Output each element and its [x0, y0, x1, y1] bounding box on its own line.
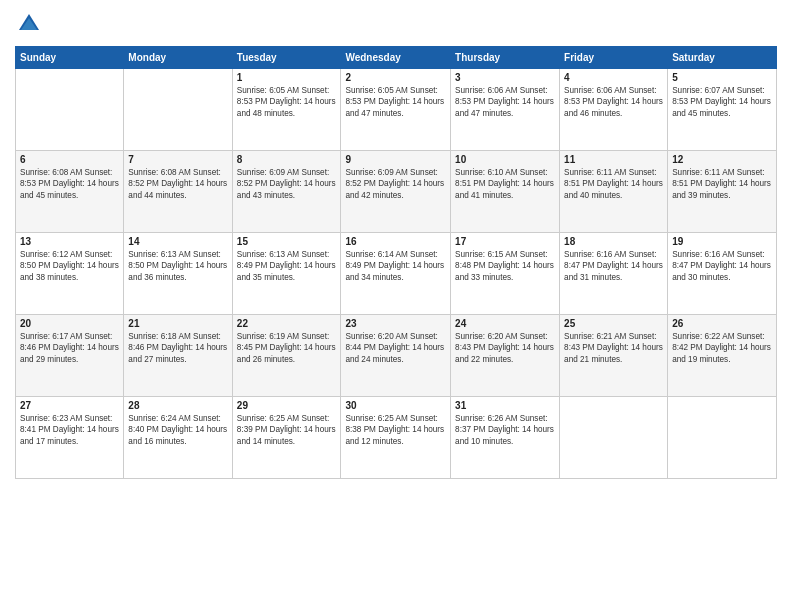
calendar-week-row: 6Sunrise: 6:08 AM Sunset: 8:53 PM Daylig… — [16, 151, 777, 233]
calendar-cell: 28Sunrise: 6:24 AM Sunset: 8:40 PM Dayli… — [124, 397, 232, 479]
day-number: 4 — [564, 72, 663, 83]
day-info: Sunrise: 6:12 AM Sunset: 8:50 PM Dayligh… — [20, 249, 119, 283]
calendar-table: SundayMondayTuesdayWednesdayThursdayFrid… — [15, 46, 777, 479]
day-info: Sunrise: 6:17 AM Sunset: 8:46 PM Dayligh… — [20, 331, 119, 365]
day-number: 18 — [564, 236, 663, 247]
weekday-header: Saturday — [668, 47, 777, 69]
calendar-cell: 10Sunrise: 6:10 AM Sunset: 8:51 PM Dayli… — [451, 151, 560, 233]
calendar-cell: 24Sunrise: 6:20 AM Sunset: 8:43 PM Dayli… — [451, 315, 560, 397]
calendar-cell: 6Sunrise: 6:08 AM Sunset: 8:53 PM Daylig… — [16, 151, 124, 233]
calendar-week-row: 1Sunrise: 6:05 AM Sunset: 8:53 PM Daylig… — [16, 69, 777, 151]
day-number: 22 — [237, 318, 337, 329]
calendar-cell: 7Sunrise: 6:08 AM Sunset: 8:52 PM Daylig… — [124, 151, 232, 233]
day-number: 29 — [237, 400, 337, 411]
day-info: Sunrise: 6:21 AM Sunset: 8:43 PM Dayligh… — [564, 331, 663, 365]
day-info: Sunrise: 6:07 AM Sunset: 8:53 PM Dayligh… — [672, 85, 772, 119]
page: SundayMondayTuesdayWednesdayThursdayFrid… — [0, 0, 792, 612]
calendar-week-row: 20Sunrise: 6:17 AM Sunset: 8:46 PM Dayli… — [16, 315, 777, 397]
day-number: 19 — [672, 236, 772, 247]
calendar-cell — [16, 69, 124, 151]
day-number: 8 — [237, 154, 337, 165]
day-info: Sunrise: 6:05 AM Sunset: 8:53 PM Dayligh… — [237, 85, 337, 119]
day-info: Sunrise: 6:06 AM Sunset: 8:53 PM Dayligh… — [564, 85, 663, 119]
day-info: Sunrise: 6:20 AM Sunset: 8:43 PM Dayligh… — [455, 331, 555, 365]
calendar-cell: 5Sunrise: 6:07 AM Sunset: 8:53 PM Daylig… — [668, 69, 777, 151]
day-info: Sunrise: 6:24 AM Sunset: 8:40 PM Dayligh… — [128, 413, 227, 447]
day-info: Sunrise: 6:09 AM Sunset: 8:52 PM Dayligh… — [345, 167, 446, 201]
calendar-week-row: 13Sunrise: 6:12 AM Sunset: 8:50 PM Dayli… — [16, 233, 777, 315]
calendar-cell: 19Sunrise: 6:16 AM Sunset: 8:47 PM Dayli… — [668, 233, 777, 315]
day-number: 12 — [672, 154, 772, 165]
calendar-cell: 3Sunrise: 6:06 AM Sunset: 8:53 PM Daylig… — [451, 69, 560, 151]
calendar-cell: 4Sunrise: 6:06 AM Sunset: 8:53 PM Daylig… — [560, 69, 668, 151]
day-info: Sunrise: 6:26 AM Sunset: 8:37 PM Dayligh… — [455, 413, 555, 447]
day-info: Sunrise: 6:14 AM Sunset: 8:49 PM Dayligh… — [345, 249, 446, 283]
day-info: Sunrise: 6:18 AM Sunset: 8:46 PM Dayligh… — [128, 331, 227, 365]
day-number: 15 — [237, 236, 337, 247]
calendar-cell — [124, 69, 232, 151]
day-info: Sunrise: 6:09 AM Sunset: 8:52 PM Dayligh… — [237, 167, 337, 201]
day-number: 9 — [345, 154, 446, 165]
calendar-cell: 17Sunrise: 6:15 AM Sunset: 8:48 PM Dayli… — [451, 233, 560, 315]
day-info: Sunrise: 6:06 AM Sunset: 8:53 PM Dayligh… — [455, 85, 555, 119]
weekday-header: Tuesday — [232, 47, 341, 69]
weekday-header: Thursday — [451, 47, 560, 69]
day-number: 17 — [455, 236, 555, 247]
day-info: Sunrise: 6:08 AM Sunset: 8:53 PM Dayligh… — [20, 167, 119, 201]
calendar-cell — [668, 397, 777, 479]
weekday-header: Sunday — [16, 47, 124, 69]
day-number: 20 — [20, 318, 119, 329]
day-number: 7 — [128, 154, 227, 165]
day-info: Sunrise: 6:16 AM Sunset: 8:47 PM Dayligh… — [564, 249, 663, 283]
calendar-cell: 16Sunrise: 6:14 AM Sunset: 8:49 PM Dayli… — [341, 233, 451, 315]
day-number: 21 — [128, 318, 227, 329]
day-number: 23 — [345, 318, 446, 329]
day-number: 11 — [564, 154, 663, 165]
calendar-cell: 21Sunrise: 6:18 AM Sunset: 8:46 PM Dayli… — [124, 315, 232, 397]
day-number: 1 — [237, 72, 337, 83]
calendar-cell: 26Sunrise: 6:22 AM Sunset: 8:42 PM Dayli… — [668, 315, 777, 397]
calendar-cell: 8Sunrise: 6:09 AM Sunset: 8:52 PM Daylig… — [232, 151, 341, 233]
day-number: 25 — [564, 318, 663, 329]
day-info: Sunrise: 6:15 AM Sunset: 8:48 PM Dayligh… — [455, 249, 555, 283]
calendar-cell: 2Sunrise: 6:05 AM Sunset: 8:53 PM Daylig… — [341, 69, 451, 151]
calendar-cell: 12Sunrise: 6:11 AM Sunset: 8:51 PM Dayli… — [668, 151, 777, 233]
calendar-cell: 22Sunrise: 6:19 AM Sunset: 8:45 PM Dayli… — [232, 315, 341, 397]
calendar-cell — [560, 397, 668, 479]
logo-icon — [15, 10, 43, 38]
day-number: 24 — [455, 318, 555, 329]
weekday-row: SundayMondayTuesdayWednesdayThursdayFrid… — [16, 47, 777, 69]
calendar-cell: 29Sunrise: 6:25 AM Sunset: 8:39 PM Dayli… — [232, 397, 341, 479]
day-info: Sunrise: 6:25 AM Sunset: 8:39 PM Dayligh… — [237, 413, 337, 447]
logo — [15, 10, 47, 38]
day-number: 5 — [672, 72, 772, 83]
day-info: Sunrise: 6:05 AM Sunset: 8:53 PM Dayligh… — [345, 85, 446, 119]
weekday-header: Monday — [124, 47, 232, 69]
calendar-cell: 13Sunrise: 6:12 AM Sunset: 8:50 PM Dayli… — [16, 233, 124, 315]
day-info: Sunrise: 6:23 AM Sunset: 8:41 PM Dayligh… — [20, 413, 119, 447]
day-info: Sunrise: 6:13 AM Sunset: 8:50 PM Dayligh… — [128, 249, 227, 283]
calendar-cell: 31Sunrise: 6:26 AM Sunset: 8:37 PM Dayli… — [451, 397, 560, 479]
day-number: 2 — [345, 72, 446, 83]
weekday-header: Friday — [560, 47, 668, 69]
calendar-cell: 25Sunrise: 6:21 AM Sunset: 8:43 PM Dayli… — [560, 315, 668, 397]
day-number: 6 — [20, 154, 119, 165]
day-number: 10 — [455, 154, 555, 165]
day-number: 13 — [20, 236, 119, 247]
calendar-cell: 11Sunrise: 6:11 AM Sunset: 8:51 PM Dayli… — [560, 151, 668, 233]
day-info: Sunrise: 6:11 AM Sunset: 8:51 PM Dayligh… — [672, 167, 772, 201]
calendar-week-row: 27Sunrise: 6:23 AM Sunset: 8:41 PM Dayli… — [16, 397, 777, 479]
day-info: Sunrise: 6:22 AM Sunset: 8:42 PM Dayligh… — [672, 331, 772, 365]
calendar-cell: 23Sunrise: 6:20 AM Sunset: 8:44 PM Dayli… — [341, 315, 451, 397]
day-number: 27 — [20, 400, 119, 411]
calendar-cell: 14Sunrise: 6:13 AM Sunset: 8:50 PM Dayli… — [124, 233, 232, 315]
calendar-cell: 18Sunrise: 6:16 AM Sunset: 8:47 PM Dayli… — [560, 233, 668, 315]
header — [15, 10, 777, 38]
calendar-body: 1Sunrise: 6:05 AM Sunset: 8:53 PM Daylig… — [16, 69, 777, 479]
calendar-cell: 15Sunrise: 6:13 AM Sunset: 8:49 PM Dayli… — [232, 233, 341, 315]
day-info: Sunrise: 6:10 AM Sunset: 8:51 PM Dayligh… — [455, 167, 555, 201]
calendar-cell: 27Sunrise: 6:23 AM Sunset: 8:41 PM Dayli… — [16, 397, 124, 479]
calendar-cell: 30Sunrise: 6:25 AM Sunset: 8:38 PM Dayli… — [341, 397, 451, 479]
day-number: 28 — [128, 400, 227, 411]
day-info: Sunrise: 6:13 AM Sunset: 8:49 PM Dayligh… — [237, 249, 337, 283]
